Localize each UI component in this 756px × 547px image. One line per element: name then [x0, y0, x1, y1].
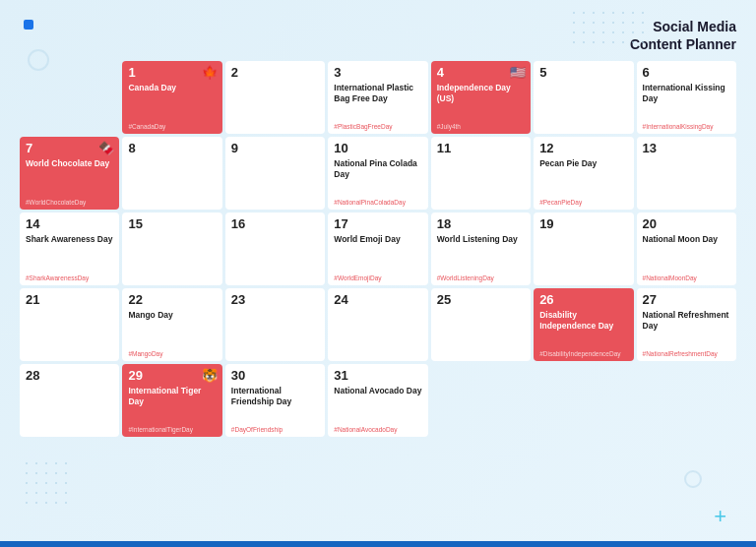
cell-title-6: International Kissing Day: [643, 83, 730, 122]
day-number-5: 5: [539, 66, 627, 80]
cal-cell-day-1: 1🍁Canada Day#CanadaDay: [122, 61, 221, 134]
day-number-20: 20: [643, 217, 730, 231]
cell-hashtag-1: #CanadaDay: [128, 121, 216, 130]
cal-cell-day-18: 18World Listening Day#WorldListeningDay: [431, 213, 531, 285]
cal-cell-day-13: 13: [637, 137, 736, 210]
cal-cell-day-12: 12Pecan Pie Day#PecanPieDay: [534, 137, 633, 210]
calendar-row-3: 2122Mango Day#MangoDay23242526Disability…: [20, 288, 736, 361]
cell-title-30: International Friendship Day: [231, 386, 319, 425]
cell-title-18: World Listening Day: [437, 234, 525, 274]
cal-cell-empty: [534, 364, 633, 437]
cal-cell-day-23: 23: [225, 288, 325, 361]
decorative-dots-bl: [22, 458, 71, 508]
decorative-circle-bl: [684, 470, 702, 488]
day-number-23: 23: [231, 293, 319, 307]
day-number-14: 14: [26, 217, 113, 231]
cal-cell-day-26: 26Disability Independence Day#Disability…: [534, 288, 633, 361]
cal-cell-day-4: 4🇺🇸Independence Day (US)#July4th: [431, 61, 531, 134]
calendar-row-1: 7🍫World Chocolate Day#WorldChocolateDay8…: [20, 137, 736, 210]
cell-hashtag-18: #WorldListeningDay: [437, 273, 525, 281]
header-left: [20, 18, 37, 30]
cal-cell-day-19: 19: [534, 213, 633, 285]
cell-hashtag-4: #July4th: [437, 121, 525, 130]
cell-hashtag-29: #InternationalTigerDay: [128, 424, 216, 433]
page: + Social MediaContent Planner 1🍁Canada D…: [0, 0, 756, 547]
day-number-18: 18: [437, 217, 525, 231]
day-number-6: 6: [643, 66, 730, 80]
calendar: 1🍁Canada Day#CanadaDay23International Pl…: [20, 61, 736, 437]
cal-cell-day-28: 28: [20, 364, 119, 437]
cell-hashtag-20: #NationalMoonDay: [643, 273, 730, 281]
cal-cell-day-11: 11: [431, 137, 531, 210]
cell-hashtag-17: #WorldEmojiDay: [334, 273, 421, 281]
day-number-27: 27: [643, 293, 730, 307]
cell-icon: 🍫: [98, 141, 114, 155]
cell-title-4: Independence Day (US): [437, 83, 525, 122]
cal-cell-day-9: 9: [225, 137, 325, 210]
cal-cell-day-22: 22Mango Day#MangoDay: [122, 288, 221, 361]
cell-title-31: National Avocado Day: [334, 386, 421, 425]
cell-hashtag-6: #InternationalKissingDay: [643, 121, 730, 130]
cal-cell-day-3: 3International Plastic Bag Free Day#Plas…: [328, 61, 427, 134]
day-number-21: 21: [26, 293, 113, 307]
day-number-11: 11: [437, 142, 525, 155]
decorative-plus: +: [714, 504, 726, 529]
cal-cell-empty: [20, 61, 119, 134]
calendar-row-0: 1🍁Canada Day#CanadaDay23International Pl…: [20, 61, 736, 134]
day-number-30: 30: [231, 369, 319, 383]
bottom-bar: [0, 541, 756, 547]
calendar-row-4: 2829🐯International Tiger Day#Internation…: [20, 364, 736, 437]
cell-title-17: World Emoji Day: [334, 234, 421, 274]
cell-title-14: Shark Awareness Day: [26, 234, 113, 274]
day-number-19: 19: [539, 217, 627, 231]
day-number-2: 2: [231, 66, 319, 80]
day-number-22: 22: [128, 293, 216, 307]
cell-hashtag-3: #PlasticBagFreeDay: [334, 121, 421, 130]
calendar-row-2: 14Shark Awareness Day#SharkAwarenessDay1…: [20, 213, 736, 285]
cell-title-26: Disability Independence Day: [539, 310, 627, 349]
day-number-26: 26: [539, 293, 627, 307]
cal-cell-day-30: 30International Friendship Day#DayOfFrie…: [225, 364, 325, 437]
cell-hashtag-14: #SharkAwarenessDay: [26, 273, 113, 281]
cell-title-22: Mango Day: [128, 310, 216, 349]
cell-title-20: National Moon Day: [643, 234, 730, 274]
day-number-25: 25: [437, 293, 525, 307]
day-number-8: 8: [128, 142, 216, 155]
day-number-10: 10: [334, 142, 421, 155]
day-number-17: 17: [334, 217, 421, 231]
cal-cell-day-20: 20National Moon Day#NationalMoonDay: [637, 213, 736, 285]
cell-hashtag-7: #WorldChocolateDay: [26, 197, 113, 206]
socialpilot-icon: [24, 20, 33, 30]
day-number-13: 13: [643, 142, 730, 155]
day-number-9: 9: [231, 142, 319, 155]
cal-cell-day-24: 24: [328, 288, 427, 361]
cal-cell-day-2: 2: [225, 61, 325, 134]
cell-title-10: National Pina Colada Day: [334, 158, 421, 198]
cal-cell-day-8: 8: [122, 137, 221, 210]
cell-hashtag-12: #PecanPieDay: [539, 197, 627, 206]
decorative-dots-tr: [569, 8, 648, 47]
cell-hashtag-22: #MangoDay: [128, 348, 216, 357]
cal-cell-empty: [637, 364, 736, 437]
cal-cell-day-7: 7🍫World Chocolate Day#WorldChocolateDay: [20, 137, 119, 210]
day-number-28: 28: [26, 369, 113, 383]
cal-cell-day-17: 17World Emoji Day#WorldEmojiDay: [328, 213, 427, 285]
day-number-24: 24: [334, 293, 421, 307]
cal-cell-day-14: 14Shark Awareness Day#SharkAwarenessDay: [20, 213, 119, 285]
cell-title-12: Pecan Pie Day: [539, 158, 627, 198]
cell-icon: 🍁: [202, 65, 218, 80]
day-number-16: 16: [231, 217, 319, 231]
cell-icon: 🇺🇸: [510, 65, 526, 80]
day-number-31: 31: [334, 369, 421, 383]
cal-cell-day-31: 31National Avocado Day#NationalAvocadoDa…: [328, 364, 427, 437]
subtitle: [20, 20, 37, 30]
day-number-15: 15: [128, 217, 216, 231]
cell-title-27: National Refreshment Day: [643, 310, 730, 349]
cell-title-7: World Chocolate Day: [26, 158, 113, 198]
cal-cell-day-15: 15: [122, 213, 221, 285]
cell-hashtag-10: #NationalPinaColadaDay: [334, 197, 421, 206]
cell-hashtag-31: #NationalAvocadoDay: [334, 424, 421, 433]
cal-cell-day-25: 25: [431, 288, 531, 361]
cell-title-29: International Tiger Day: [128, 386, 216, 425]
cell-icon: 🐯: [202, 368, 218, 383]
